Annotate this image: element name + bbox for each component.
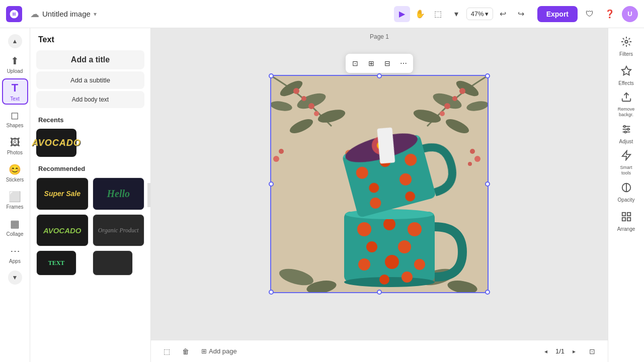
nav-collapse-top[interactable]: ▲ — [8, 34, 22, 48]
filters-tool[interactable]: Filters — [611, 32, 641, 60]
svg-rect-70 — [622, 217, 625, 220]
avatar[interactable]: U — [622, 6, 638, 22]
handle-mid-right[interactable] — [485, 182, 490, 187]
sidebar-item-collage-label: Collage — [7, 231, 24, 237]
canvas-image — [271, 76, 488, 292]
sidebar-item-upload[interactable]: ⬆ Upload — [2, 51, 28, 77]
svg-point-63 — [623, 125, 625, 127]
frame-chevron[interactable]: ▾ — [448, 6, 464, 22]
svg-point-19 — [308, 103, 314, 109]
add-page-icon: ⊞ — [201, 347, 207, 355]
sidebar-item-text[interactable]: T Text — [2, 78, 28, 105]
svg-point-15 — [444, 103, 450, 109]
remove-bg-tool[interactable]: Removebackgr. — [611, 90, 641, 119]
float-more-btn[interactable]: ⋯ — [396, 56, 411, 71]
text-panel: Text Add a title Add a subtitle Add body… — [30, 28, 151, 362]
shield-icon-btn[interactable]: 🛡 — [582, 6, 598, 22]
panel-resize-handle[interactable]: ◂ — [147, 183, 151, 207]
help-icon-btn[interactable]: ❓ — [602, 6, 618, 22]
handle-bottom-mid[interactable] — [377, 290, 382, 295]
sidebar-item-apps-label: Apps — [9, 258, 21, 264]
bottom-card-2[interactable] — [93, 250, 133, 276]
sidebar-item-shapes-label: Shapes — [7, 123, 24, 128]
add-subtitle-btn[interactable]: Add a subtitle — [36, 71, 144, 89]
sidebar-item-frames[interactable]: ⬜ Frames — [2, 187, 28, 213]
bottom-card-1[interactable]: TEXT — [36, 250, 76, 276]
canvas-image-wrapper[interactable]: ⊡ ⊞ ⊟ ⋯ — [270, 75, 489, 293]
doc-chevron-icon[interactable]: ▾ — [94, 11, 97, 18]
export-button[interactable]: Export — [537, 6, 578, 22]
canvas-content[interactable]: ⊡ ⊞ ⊟ ⋯ — [151, 28, 608, 340]
redo-btn[interactable]: ↪ — [513, 6, 529, 22]
delete-page-btn[interactable]: 🗑 — [178, 344, 193, 359]
add-body-btn[interactable]: Add body text — [36, 91, 144, 108]
doc-title-area[interactable]: ☁ Untitled image ▾ — [30, 9, 97, 20]
remove-bg-icon — [621, 92, 632, 105]
app-logo[interactable] — [6, 6, 22, 22]
effects-tool[interactable]: Effects — [611, 61, 641, 89]
add-page-label: Add page — [209, 347, 237, 355]
collage-icon: ▦ — [10, 218, 20, 230]
svg-rect-71 — [627, 217, 630, 220]
sidebar-item-photos[interactable]: 🖼 Photos — [2, 133, 28, 159]
svg-point-64 — [627, 128, 629, 130]
svg-point-43 — [401, 272, 413, 283]
doc-title[interactable]: Untitled image — [42, 10, 91, 18]
sidebar-item-stickers[interactable]: 😊 Stickers — [2, 160, 28, 186]
recommended-label: Recommended — [30, 159, 150, 175]
handle-top-left[interactable] — [269, 73, 274, 78]
sidebar-item-shapes[interactable]: ◻ Shapes — [2, 106, 28, 132]
organic-card[interactable]: Organic Product — [93, 214, 145, 247]
avocado2-card[interactable]: AVOCADO — [36, 214, 89, 247]
nav-collapse-bottom[interactable]: ▼ — [8, 270, 22, 285]
hello-card[interactable]: Hello — [93, 177, 145, 210]
svg-point-26 — [279, 149, 284, 154]
hand-tool-btn[interactable]: ✋ — [412, 6, 428, 22]
add-title-btn[interactable]: Add a title — [36, 50, 144, 69]
handle-top-mid[interactable] — [377, 73, 382, 78]
main-area: ▲ ⬆ Upload T Text ◻ Shapes 🖼 Photos 😊 St… — [0, 28, 644, 362]
svg-point-24 — [474, 156, 480, 162]
select-tool-btn[interactable]: ▶ — [394, 6, 410, 22]
undo-btn[interactable]: ↩ — [495, 6, 511, 22]
text-icon: T — [12, 81, 18, 95]
handle-bottom-left[interactable] — [269, 290, 274, 295]
effects-icon — [621, 65, 632, 79]
opacity-tool[interactable]: Opacity — [611, 178, 641, 206]
shapes-icon: ◻ — [11, 109, 19, 121]
adjust-tool[interactable]: Adjust — [611, 120, 641, 148]
float-copy-btn[interactable]: ⊟ — [380, 56, 395, 71]
svg-point-38 — [398, 240, 411, 253]
svg-point-20 — [301, 96, 306, 101]
sidebar-item-collage[interactable]: ▦ Collage — [2, 214, 28, 240]
filters-label: Filters — [619, 51, 633, 57]
floating-toolbar: ⊡ ⊞ ⊟ ⋯ — [346, 54, 413, 73]
handle-top-right[interactable] — [485, 73, 490, 78]
frame-tool-btn[interactable]: ⬚ — [430, 6, 446, 22]
svg-point-34 — [357, 222, 371, 236]
zoom-control[interactable]: 47% ▾ — [466, 8, 493, 20]
add-page-btn[interactable]: ⊞ Add page — [197, 345, 241, 357]
avocado2-text: AVOCADO — [43, 226, 82, 235]
recent-avocado-card[interactable]: AVOCADO — [36, 129, 76, 157]
arrange-tool[interactable]: Arrange — [611, 207, 641, 235]
frames-icon: ⬜ — [9, 191, 21, 203]
hello-text: Hello — [107, 188, 130, 200]
handle-bottom-right[interactable] — [485, 290, 490, 295]
handle-mid-left[interactable] — [269, 182, 274, 187]
smart-tools-tool[interactable]: Smarttools — [611, 149, 641, 177]
page-thumb-btn[interactable]: ⬚ — [159, 344, 174, 359]
arrange-label: Arrange — [617, 226, 635, 232]
sidebar-item-apps[interactable]: ⋯ Apps — [2, 241, 28, 267]
sidebar-item-upload-label: Upload — [7, 68, 23, 74]
prev-page-btn[interactable]: ◂ — [539, 345, 552, 358]
zoom-chevron-icon: ▾ — [485, 10, 489, 18]
sidebar-item-stickers-label: Stickers — [6, 177, 24, 183]
next-page-btn[interactable]: ▸ — [568, 345, 581, 358]
float-grid-btn[interactable]: ⊞ — [364, 56, 379, 71]
super-sale-card[interactable]: Super Sale — [36, 177, 89, 210]
fit-page-btn[interactable]: ⊡ — [585, 344, 600, 359]
smart-tools-icon — [621, 150, 632, 163]
float-crop-btn[interactable]: ⊡ — [348, 56, 363, 71]
cloud-icon: ☁ — [30, 9, 39, 20]
